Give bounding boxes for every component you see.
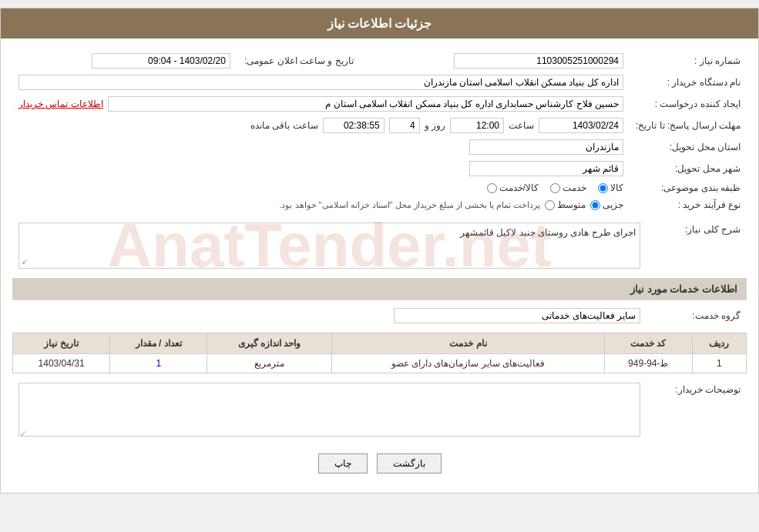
- radio-motavaset-input[interactable]: [545, 200, 555, 210]
- jozii-label: جزیی: [603, 199, 623, 210]
- content-area: شماره نیاز : تاریخ و ساعت اعلان عمومی: ن…: [1, 38, 758, 493]
- row-shomare: شماره نیاز : تاریخ و ساعت اعلان عمومی:: [12, 50, 747, 72]
- col-nam: نام خدمت: [331, 333, 604, 354]
- cell-vahed: مترمربع: [207, 354, 332, 373]
- mohlat-row: ساعت روز و ساعت باقی مانده: [18, 118, 623, 133]
- cell-nam: فعالیت‌های سایر سازمان‌های دارای عضو: [331, 354, 604, 373]
- radio-jozii: جزیی: [590, 199, 623, 210]
- col-vahed: واحد اندازه گیری: [207, 333, 332, 354]
- table-row: 1 ط-94-949 فعالیت‌های سایر سازمان‌های دا…: [13, 354, 747, 373]
- ostan-value-cell: [12, 136, 630, 158]
- cell-tedad: 1: [110, 354, 207, 373]
- tosifat-container: ↙: [18, 383, 640, 439]
- ijadkonande-label: ایجاد کننده درخواست :: [630, 93, 747, 115]
- cell-tarikh: 1403/04/31: [13, 354, 110, 373]
- shomare-niaz-value-cell: [360, 50, 630, 72]
- roz-input[interactable]: [389, 118, 420, 133]
- radio-khadamat-input[interactable]: [550, 183, 560, 193]
- buttons-row: بازگشت چاپ: [12, 453, 747, 473]
- col-tarikh: تاریخ نیاز: [13, 333, 110, 354]
- row-shahr: شهر محل تحویل:: [12, 158, 747, 179]
- khadamat-label: خدمت: [563, 182, 586, 193]
- tarikh-saatElan-value-cell: [12, 50, 237, 72]
- info-table: شماره نیاز : تاریخ و ساعت اعلان عمومی: ن…: [12, 50, 747, 213]
- print-button[interactable]: چاپ: [318, 453, 368, 473]
- roz-label: روز و: [425, 120, 445, 131]
- resize-icon: ↙: [20, 429, 26, 437]
- col-kod: کد خدمت: [605, 333, 693, 354]
- page-header: جزئیات اطلاعات نیاز: [1, 8, 758, 38]
- radio-jozii-input[interactable]: [590, 200, 600, 210]
- shomare-niaz-input[interactable]: [454, 53, 623, 69]
- ijadkonande-value-cell: اطلاعات تماس خریدار: [12, 93, 630, 115]
- namdastgah-label: نام دستگاه خریدار :: [630, 72, 747, 93]
- sharh-value-text: اجرای طرح هادی روستای جنید لاکیل قائمشهر: [460, 227, 636, 238]
- ijadkonande-input[interactable]: [108, 96, 623, 112]
- col-tedad: تعداد / مقدار: [110, 333, 207, 354]
- shahr-label: شهر محل تحویل:: [630, 158, 747, 179]
- tosifat-table: توضیحات خریدار: ↙: [12, 380, 747, 442]
- baghimande-input[interactable]: [323, 118, 385, 133]
- cell-radif: 1: [692, 354, 746, 373]
- etelaat-section-header: اطلاعات خدمات مورد نیاز: [12, 278, 747, 300]
- tarikh-saatElan-input[interactable]: [92, 53, 230, 69]
- namdastgah-value-cell: [12, 72, 630, 93]
- motavaset-label: متوسط: [557, 199, 586, 210]
- back-button[interactable]: بازگشت: [377, 453, 442, 473]
- col-radif: ردیف: [692, 333, 746, 354]
- tosifat-label-text: توضیحات خریدار:: [675, 384, 741, 395]
- baghimande-label: ساعت باقی مانده: [250, 120, 318, 131]
- watermark: AnatTender.net: [107, 210, 551, 281]
- row-mohlat: مهلت ارسال پاسخ: تا تاریخ: ساعت روز و سا…: [12, 115, 747, 136]
- tosifat-value-cell: ↙: [12, 380, 646, 442]
- kala-label: کالا: [610, 182, 623, 193]
- saat-input[interactable]: [450, 118, 504, 133]
- radio-kala-khadamat-input[interactable]: [487, 183, 497, 193]
- row-sharh: شرح کلی نیاز: AnatTender.net اجرای طرح ه…: [12, 219, 747, 272]
- grohe-label: گروه خدمت:: [646, 305, 747, 326]
- namdastgah-input[interactable]: [18, 75, 623, 90]
- etelaat-section-title: اطلاعات خدمات مورد نیاز: [630, 283, 737, 295]
- sharh-label-text: شرح کلی نیاز:: [685, 224, 741, 235]
- grohe-input[interactable]: [394, 308, 640, 323]
- mohlat-label: مهلت ارسال پاسخ: تا تاریخ:: [630, 115, 747, 136]
- row-farayand: نوع فرآیند خرید : جزیی متوسط پرداخت تمام…: [12, 196, 747, 213]
- tabaqe-value-cell: کالا خدمت کالا/خدمت: [12, 179, 630, 196]
- row-ijadkonande: ایجاد کننده درخواست : اطلاعات تماس خریدا…: [12, 93, 747, 115]
- radio-kala: کالا: [598, 182, 623, 193]
- page-container: جزئیات اطلاعات نیاز شماره نیاز : تاریخ و…: [0, 8, 759, 494]
- grohe-table: گروه خدمت:: [12, 305, 747, 326]
- radio-kala-khadamat: کالا/خدمت: [487, 182, 539, 193]
- tarikh-input[interactable]: [539, 118, 623, 133]
- header-title: جزئیات اطلاعات نیاز: [327, 17, 432, 30]
- shahr-value-cell: [12, 158, 630, 179]
- tarikh-saatElan-label: تاریخ و ساعت اعلان عمومی:: [237, 50, 360, 72]
- service-table: ردیف کد خدمت نام خدمت واحد اندازه گیری ت…: [12, 333, 747, 373]
- cell-kod: ط-94-949: [605, 354, 693, 373]
- row-tosifat: توضیحات خریدار: ↙: [12, 380, 747, 442]
- radio-khadamat: خدمت: [550, 182, 586, 193]
- radio-kala-input[interactable]: [598, 183, 608, 193]
- tabaqe-radio-group: کالا خدمت کالا/خدمت: [18, 182, 623, 193]
- row-grohe: گروه خدمت:: [12, 305, 747, 326]
- tabaqe-label: طبقه بندی موضوعی:: [630, 179, 747, 196]
- radio-motavaset: متوسط: [545, 199, 586, 210]
- sharh-table: شرح کلی نیاز: AnatTender.net اجرای طرح ه…: [12, 219, 747, 272]
- tosifat-textarea[interactable]: [18, 383, 640, 437]
- sharh-value-cell: AnatTender.net اجرای طرح هادی روستای جنی…: [12, 219, 646, 272]
- shomare-niaz-label: شماره نیاز :: [630, 50, 747, 72]
- row-ostan: استان محل تحویل:: [12, 136, 747, 158]
- kala-khadamat-label: کالا/خدمت: [499, 182, 539, 193]
- ostan-input[interactable]: [469, 139, 623, 155]
- saat-label: ساعت: [509, 120, 534, 131]
- ijadkonande-row: اطلاعات تماس خریدار: [18, 96, 623, 112]
- shahr-input[interactable]: [469, 161, 623, 176]
- sharh-desc-box: AnatTender.net اجرای طرح هادی روستای جنی…: [18, 223, 640, 269]
- mohlat-value-cell: ساعت روز و ساعت باقی مانده: [12, 115, 630, 136]
- row-tabaqe: طبقه بندی موضوعی: کالا خدمت کالا/خدمت: [12, 179, 747, 196]
- farayand-note: پرداخت تمام یا بخشی از مبلغ خریداز محل "…: [279, 200, 540, 210]
- itemasat-link[interactable]: اطلاعات تماس خریدار: [18, 99, 103, 109]
- sharh-label: شرح کلی نیاز:: [646, 219, 747, 272]
- resize-arrow: ↙: [22, 257, 28, 266]
- service-table-header-row: ردیف کد خدمت نام خدمت واحد اندازه گیری ت…: [13, 333, 747, 354]
